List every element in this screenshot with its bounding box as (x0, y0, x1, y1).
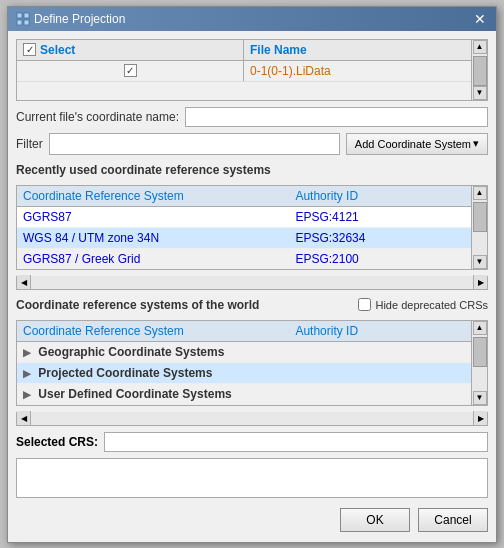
scrollbar-thumb-world[interactable] (473, 337, 487, 367)
world-hscroll-track[interactable] (31, 412, 473, 425)
world-auth-user-defined (289, 391, 471, 397)
scroll-down-arrow-recent[interactable]: ▼ (473, 255, 487, 269)
row-select-cell[interactable] (17, 61, 244, 81)
cancel-button[interactable]: Cancel (418, 508, 488, 532)
world-row-projected[interactable]: ▶ Projected Coordinate Systems (17, 363, 471, 384)
dialog-icon (16, 12, 30, 26)
hscroll-track[interactable] (31, 276, 473, 289)
world-row-geographic[interactable]: ▶ Geographic Coordinate Systems (17, 342, 471, 363)
world-crs-header: Coordinate reference systems of the worl… (16, 296, 259, 314)
svg-rect-2 (17, 20, 22, 25)
file-table-container: Select File Name 0-1(0-1).LiData ▲ (16, 39, 488, 101)
world-crs-header-columns: Coordinate Reference System Authority ID (17, 321, 471, 342)
scroll-up-arrow-recent[interactable]: ▲ (473, 186, 487, 200)
recently-used-table-container: Coordinate Reference System Authority ID… (16, 185, 488, 270)
world-auth-projected (289, 370, 471, 376)
selected-crs-row: Selected CRS: (16, 432, 488, 452)
user-defined-label: User Defined Coordinate Systems (38, 387, 231, 401)
filter-input[interactable] (49, 133, 340, 155)
dialog-title: Define Projection (34, 12, 125, 26)
define-projection-dialog: Define Projection ✕ Select File Name (7, 6, 497, 543)
expand-geographic-icon: ▶ (23, 347, 31, 358)
geographic-label: Geographic Coordinate Systems (38, 345, 224, 359)
add-coord-label: Add Coordinate System (355, 138, 471, 150)
header-checkbox[interactable] (23, 43, 36, 56)
file-table-header: Select File Name (17, 40, 471, 61)
crs-column-header: Coordinate Reference System (17, 186, 289, 206)
crs-auth-ggrs87: EPSG:4121 (289, 207, 471, 227)
world-crs-projected: ▶ Projected Coordinate Systems (17, 363, 289, 383)
projected-label: Projected Coordinate Systems (38, 366, 212, 380)
world-auth-column-header: Authority ID (289, 321, 471, 341)
svg-rect-1 (24, 13, 29, 18)
scrollbar-thumb-recent[interactable] (473, 202, 487, 232)
select-label: Select (40, 43, 75, 57)
crs-auth-ggrs87-greek: EPSG:2100 (289, 249, 471, 269)
world-row-user-defined[interactable]: ▶ User Defined Coordinate Systems (17, 384, 471, 405)
world-auth-geographic (289, 349, 471, 355)
selected-crs-label: Selected CRS: (16, 435, 98, 449)
coord-name-row: Current file's coordinate name: (16, 107, 488, 127)
recently-used-scrollbar[interactable]: ▲ ▼ (471, 186, 487, 269)
world-crs-scrollbar[interactable]: ▲ ▼ (471, 321, 487, 405)
hscroll-right-arrow[interactable]: ▶ (473, 275, 487, 289)
file-table-inner: Select File Name 0-1(0-1).LiData (17, 40, 471, 100)
crs-auth-wgs84-utm34n: EPSG:32634 (289, 228, 471, 248)
hide-deprecated-checkbox[interactable] (358, 298, 371, 311)
crs-row-ggrs87-greek[interactable]: GGRS87 / Greek Grid EPSG:2100 (17, 249, 471, 269)
row-filename-cell: 0-1(0-1).LiData (244, 61, 471, 81)
crs-row-wgs84-utm34n[interactable]: WGS 84 / UTM zone 34N EPSG:32634 (17, 228, 471, 249)
hide-deprecated-row: Hide deprecated CRSs (358, 298, 488, 311)
coord-name-input[interactable] (185, 107, 488, 127)
select-column-header: Select (17, 40, 244, 60)
title-bar-left: Define Projection (16, 12, 125, 26)
scroll-down-arrow[interactable]: ▼ (473, 86, 487, 100)
filename-label: File Name (250, 43, 307, 57)
recently-used-hscroll[interactable]: ◀ ▶ (16, 276, 488, 290)
scroll-up-arrow-world[interactable]: ▲ (473, 321, 487, 335)
svg-rect-0 (17, 13, 22, 18)
preview-area (16, 458, 488, 498)
world-crs-user-defined: ▶ User Defined Coordinate Systems (17, 384, 289, 404)
hscroll-left-arrow[interactable]: ◀ (17, 275, 31, 289)
title-bar: Define Projection ✕ (8, 7, 496, 31)
world-crs-geographic: ▶ Geographic Coordinate Systems (17, 342, 289, 362)
coord-name-label: Current file's coordinate name: (16, 110, 179, 124)
ok-button[interactable]: OK (340, 508, 410, 532)
dropdown-arrow-icon: ▾ (473, 137, 479, 150)
selected-crs-input[interactable] (104, 432, 488, 452)
row-checkbox[interactable] (124, 64, 137, 77)
world-crs-table-container: Coordinate Reference System Authority ID… (16, 320, 488, 406)
add-coordinate-system-button[interactable]: Add Coordinate System ▾ (346, 133, 488, 155)
file-table-scrollbar[interactable]: ▲ ▼ (471, 40, 487, 100)
dialog-body: Select File Name 0-1(0-1).LiData ▲ (8, 31, 496, 542)
filter-row: Filter Add Coordinate System ▾ (16, 133, 488, 155)
world-crs-table-inner: Coordinate Reference System Authority ID… (17, 321, 471, 405)
crs-name-wgs84-utm34n: WGS 84 / UTM zone 34N (17, 228, 289, 248)
button-row: OK Cancel (16, 504, 488, 534)
scrollbar-thumb[interactable] (473, 56, 487, 86)
world-hscroll-right-arrow[interactable]: ▶ (473, 411, 487, 425)
recently-used-header-row: Coordinate Reference System Authority ID (17, 186, 471, 207)
crs-row-ggrs87[interactable]: GGRS87 EPSG:4121 (17, 207, 471, 228)
world-hscroll-left-arrow[interactable]: ◀ (17, 411, 31, 425)
world-crs-column-header: Coordinate Reference System (17, 321, 289, 341)
hide-deprecated-label: Hide deprecated CRSs (375, 299, 488, 311)
expand-user-icon: ▶ (23, 389, 31, 400)
crs-name-ggrs87-greek: GGRS87 / Greek Grid (17, 249, 289, 269)
recently-used-table-inner: Coordinate Reference System Authority ID… (17, 186, 471, 269)
filename-value: 0-1(0-1).LiData (250, 64, 331, 78)
close-button[interactable]: ✕ (472, 12, 488, 26)
recently-used-header: Recently used coordinate reference syste… (16, 161, 488, 179)
auth-column-header: Authority ID (289, 186, 471, 206)
file-table-row: 0-1(0-1).LiData (17, 61, 471, 82)
scroll-up-arrow[interactable]: ▲ (473, 40, 487, 54)
expand-projected-icon: ▶ (23, 368, 31, 379)
scroll-down-arrow-world[interactable]: ▼ (473, 391, 487, 405)
crs-name-ggrs87: GGRS87 (17, 207, 289, 227)
svg-rect-3 (24, 20, 29, 25)
filename-column-header: File Name (244, 40, 471, 60)
world-crs-header-row: Coordinate reference systems of the worl… (16, 296, 488, 314)
filter-label: Filter (16, 137, 43, 151)
world-crs-hscroll[interactable]: ◀ ▶ (16, 412, 488, 426)
